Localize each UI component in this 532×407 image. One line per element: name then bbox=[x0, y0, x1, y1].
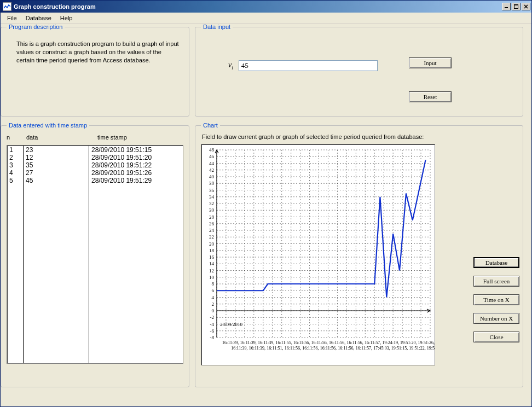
legend-data: Data entered with time stamp bbox=[7, 122, 89, 129]
svg-text:4: 4 bbox=[212, 295, 215, 300]
legend-chart: Chart bbox=[201, 122, 220, 129]
svg-text:16:11:56,: 16:11:56, bbox=[338, 346, 354, 351]
svg-text:46: 46 bbox=[209, 154, 215, 160]
cell-ts: 28/09/2010 19:51:20 bbox=[91, 154, 181, 161]
svg-text:-2: -2 bbox=[210, 315, 215, 321]
svg-text:16:11:39,: 16:11:39, bbox=[222, 340, 239, 345]
cell-data: 35 bbox=[26, 161, 86, 169]
svg-text:2: 2 bbox=[212, 301, 215, 307]
cell-data: 45 bbox=[26, 177, 86, 184]
input-label: vi bbox=[228, 61, 233, 71]
cell-data: 23 bbox=[26, 146, 86, 154]
svg-text:19:51:29: 19:51:29 bbox=[427, 346, 435, 351]
cell-n: 1 bbox=[9, 146, 21, 154]
svg-text:36: 36 bbox=[209, 188, 215, 193]
chart-description: Field to draw current graph or graph of … bbox=[201, 133, 517, 144]
header-n: n bbox=[7, 134, 26, 141]
svg-text:8: 8 bbox=[212, 281, 215, 287]
data-table[interactable]: 12345 2312352745 28/09/2010 19:51:1528/0… bbox=[7, 145, 183, 364]
svg-text:16: 16 bbox=[209, 254, 215, 260]
close-chart-button[interactable]: Close bbox=[473, 332, 519, 342]
svg-text:22: 22 bbox=[209, 235, 214, 240]
svg-text:10: 10 bbox=[209, 275, 215, 280]
menu-help[interactable]: Help bbox=[56, 14, 77, 22]
svg-text:19:24:19,: 19:24:19, bbox=[383, 340, 399, 345]
svg-text:16:11:51,: 16:11:51, bbox=[267, 346, 283, 351]
svg-text:-8: -8 bbox=[210, 335, 215, 340]
svg-text:19:51:20,: 19:51:20, bbox=[400, 340, 417, 345]
legend-desc: Program description bbox=[7, 24, 65, 30]
svg-text:32: 32 bbox=[209, 201, 214, 206]
svg-text:16:11:56,: 16:11:56, bbox=[329, 340, 345, 345]
group-data-input: Data input vi Input Reset bbox=[195, 24, 523, 117]
time-on-x-button[interactable]: Time on X bbox=[473, 294, 519, 305]
header-data: data bbox=[26, 134, 97, 141]
svg-text:19:51:15,: 19:51:15, bbox=[391, 346, 408, 351]
data-header: n data time stamp bbox=[7, 133, 183, 145]
svg-text:44: 44 bbox=[209, 161, 215, 166]
maximize-button[interactable] bbox=[512, 3, 521, 10]
database-button[interactable]: Database bbox=[473, 257, 519, 268]
svg-text:48: 48 bbox=[209, 147, 215, 153]
svg-text:40: 40 bbox=[209, 174, 215, 179]
window-title: Graph construction program bbox=[14, 3, 502, 10]
fullscreen-button[interactable]: Full screen bbox=[473, 276, 519, 287]
minimize-button[interactable] bbox=[502, 3, 511, 10]
cell-n: 3 bbox=[9, 161, 21, 169]
menu-database[interactable]: Database bbox=[21, 14, 56, 22]
legend-input: Data input bbox=[201, 24, 233, 30]
cell-n: 4 bbox=[9, 169, 21, 177]
input-button[interactable]: Input bbox=[409, 57, 452, 68]
group-data-entered: Data entered with time stamp n data time… bbox=[1, 122, 189, 387]
svg-text:16:11:56,: 16:11:56, bbox=[347, 340, 363, 345]
description-text: This is a graph construction program to … bbox=[7, 34, 183, 65]
svg-text:16:11:55,: 16:11:55, bbox=[276, 340, 292, 345]
svg-text:38: 38 bbox=[209, 181, 215, 187]
svg-text:16:11:56,: 16:11:56, bbox=[293, 340, 310, 345]
cell-ts: 28/09/2010 19:51:15 bbox=[91, 146, 181, 154]
menu-file[interactable]: File bbox=[3, 14, 21, 22]
svg-text:42: 42 bbox=[209, 167, 214, 173]
cell-ts: 28/09/2010 19:51:29 bbox=[91, 177, 181, 184]
svg-text:18: 18 bbox=[209, 248, 215, 253]
cell-n: 5 bbox=[9, 177, 21, 184]
app-window: Graph construction program File Database… bbox=[0, 0, 532, 407]
svg-text:12: 12 bbox=[209, 268, 214, 274]
svg-text:16:11:39,: 16:11:39, bbox=[240, 340, 257, 345]
cell-data: 27 bbox=[26, 169, 86, 177]
svg-text:28/09/2010: 28/09/2010 bbox=[220, 322, 243, 327]
svg-text:16:11:56,: 16:11:56, bbox=[302, 346, 319, 351]
svg-text:-6: -6 bbox=[210, 328, 215, 334]
cell-n: 2 bbox=[9, 154, 21, 161]
svg-text:-4: -4 bbox=[210, 322, 215, 327]
number-on-x-button[interactable]: Number on X bbox=[473, 313, 519, 324]
svg-text:16:11:57,: 16:11:57, bbox=[356, 346, 372, 351]
svg-text:24: 24 bbox=[209, 228, 215, 233]
svg-text:17:45:03,: 17:45:03, bbox=[373, 346, 390, 351]
svg-text:6: 6 bbox=[212, 288, 215, 294]
svg-text:16:11:56,: 16:11:56, bbox=[285, 346, 301, 351]
cell-ts: 28/09/2010 19:51:22 bbox=[91, 161, 181, 169]
value-input[interactable] bbox=[239, 60, 378, 71]
svg-text:28: 28 bbox=[209, 214, 215, 220]
svg-text:34: 34 bbox=[209, 194, 215, 200]
svg-text:16:11:57,: 16:11:57, bbox=[365, 340, 381, 345]
header-ts: time stamp bbox=[97, 134, 183, 141]
close-button[interactable] bbox=[522, 3, 530, 10]
group-program-description: Program description This is a graph cons… bbox=[1, 24, 189, 117]
menubar: File Database Help bbox=[1, 13, 531, 24]
svg-text:16:11:39,: 16:11:39, bbox=[231, 346, 247, 351]
svg-text:26: 26 bbox=[209, 221, 215, 226]
chart-canvas: -8-6-4-202468101214161820222426283032343… bbox=[201, 144, 435, 365]
svg-text:16:11:39,: 16:11:39, bbox=[258, 340, 274, 345]
group-chart: Chart Field to draw current graph or gra… bbox=[195, 122, 523, 387]
reset-button[interactable]: Reset bbox=[409, 91, 452, 102]
app-icon bbox=[3, 2, 11, 11]
svg-text:16:11:39,: 16:11:39, bbox=[249, 346, 265, 351]
svg-text:0: 0 bbox=[212, 308, 215, 313]
svg-text:19:51:26,: 19:51:26, bbox=[418, 340, 435, 345]
svg-text:19:51:22,: 19:51:22, bbox=[409, 346, 425, 351]
cell-data: 12 bbox=[26, 154, 86, 161]
svg-text:14: 14 bbox=[209, 261, 215, 267]
svg-text:16:11:56,: 16:11:56, bbox=[320, 346, 337, 351]
